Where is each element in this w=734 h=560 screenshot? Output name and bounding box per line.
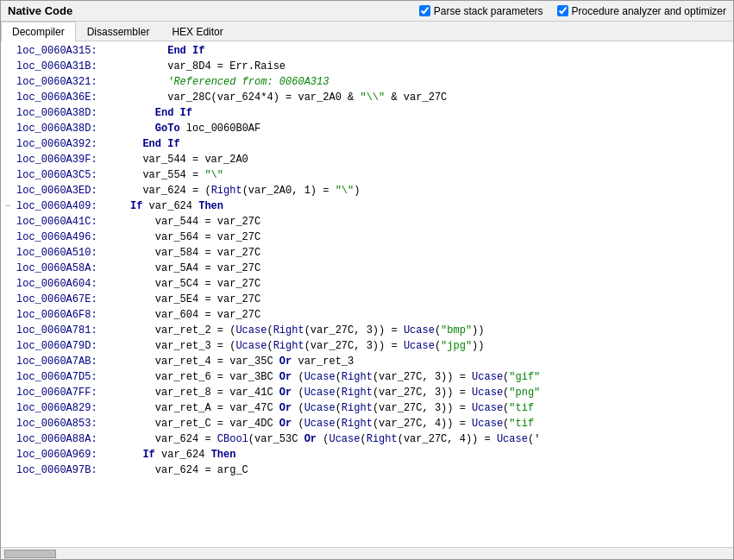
horizontal-scrollbar[interactable] [1,547,733,559]
native-code-window: Native Code Parse stack parameters Proce… [0,0,734,560]
code-content: var_554 = "\" [127,167,733,183]
collapse-btn[interactable] [1,137,15,153]
code-content: If var_624 Then [127,198,733,214]
table-row: loc_0060A510: var_584 = var_27C [1,245,733,261]
code-content: 'Referenced from: 0060A313 [127,74,733,90]
proc-analyzer-checkbox[interactable] [557,5,568,16]
collapse-btn[interactable] [1,246,15,261]
collapse-btn[interactable] [1,355,15,370]
table-row: loc_0060A7AB: var_ret_4 = var_35C Or var… [1,354,733,369]
code-content: var_5A4 = var_27C [127,261,733,276]
addr-label: loc_0060A97B: [15,462,127,478]
code-content: var_624 = arg_C [127,462,733,478]
addr-label: loc_0060A829: [15,400,127,416]
collapse-btn[interactable] [1,215,15,230]
collapse-btn[interactable] [1,60,15,75]
code-content: var_544 = var_2A0 [127,152,733,167]
parse-stack-option[interactable]: Parse stack parameters [419,5,543,17]
code-content: var_544 = var_27C [127,214,733,230]
code-scroll-area[interactable]: loc_0060A315: End If loc_0060A31B: var_8… [1,41,733,547]
collapse-btn[interactable] [1,44,15,60]
addr-label: loc_0060A39F: [15,152,127,167]
collapse-btn[interactable] [1,184,15,199]
table-row: loc_0060A67E: var_5E4 = var_27C [1,292,733,307]
table-row: − loc_0060A409: If var_624 Then [1,198,733,214]
table-row: loc_0060A853: var_ret_C = var_4DC Or (Uc… [1,416,733,431]
collapse-btn[interactable] [1,463,15,479]
parse-stack-checkbox[interactable] [419,5,430,16]
collapse-btn[interactable] [1,230,15,246]
table-row: loc_0060A7FF: var_ret_8 = var_41C Or (Uc… [1,385,733,400]
addr-label: loc_0060A604: [15,276,127,292]
code-table: loc_0060A315: End If loc_0060A31B: var_8… [1,41,733,480]
collapse-btn[interactable] [1,308,15,324]
code-content: End If [127,43,733,59]
table-row: loc_0060A7D5: var_ret_6 = var_3BC Or (Uc… [1,369,733,385]
tab-decompiler[interactable]: Decompiler [1,22,76,41]
code-content: var_ret_3 = (Ucase(Right(var_27C, 3)) = … [127,338,733,354]
addr-label: loc_0060A781: [15,323,127,338]
addr-label: loc_0060A853: [15,416,127,431]
collapse-btn[interactable] [1,122,15,137]
table-row: loc_0060A36E: var_28C(var_624*4) = var_2… [1,90,733,105]
collapse-btn[interactable] [1,168,15,184]
code-content: var_28C(var_624*4) = var_2A0 & "\\" & va… [127,90,733,105]
collapse-btn[interactable] [1,417,15,432]
code-content: GoTo loc_0060B0AF [127,121,733,136]
collapse-btn[interactable] [1,75,15,91]
code-content: End If [127,136,733,152]
code-content: var_ret_2 = (Ucase(Right(var_27C, 3)) = … [127,323,733,338]
collapse-btn[interactable] [1,386,15,401]
collapse-btn[interactable] [1,293,15,308]
addr-label: loc_0060A7FF: [15,385,127,400]
code-content: var_624 = (Right(var_2A0, 1) = "\") [127,183,733,198]
proc-analyzer-label: Procedure analyzer and optimizer [572,5,726,17]
code-content: var_ret_C = var_4DC Or (Ucase(Right(var_… [127,416,733,431]
table-row: loc_0060A58A: var_5A4 = var_27C [1,261,733,276]
collapse-icon[interactable]: − [1,199,15,215]
collapse-btn[interactable] [1,448,15,463]
code-content: var_5C4 = var_27C [127,276,733,292]
addr-label: loc_0060A3C5: [15,167,127,183]
code-content: If var_624 Then [127,447,733,462]
proc-analyzer-option[interactable]: Procedure analyzer and optimizer [557,5,726,17]
collapse-btn[interactable] [1,432,15,448]
addr-label: loc_0060A31B: [15,59,127,74]
addr-label: loc_0060A41C: [15,214,127,230]
table-row: loc_0060A781: var_ret_2 = (Ucase(Right(v… [1,323,733,338]
table-row: loc_0060A321: 'Referenced from: 0060A313 [1,74,733,90]
tab-disassembler[interactable]: Disassembler [76,22,161,41]
addr-label: loc_0060A7AB: [15,354,127,369]
table-row: loc_0060A79D: var_ret_3 = (Ucase(Right(v… [1,338,733,354]
tab-bar: Decompiler Disassembler HEX Editor [1,22,733,41]
collapse-btn[interactable] [1,91,15,106]
addr-label: loc_0060A392: [15,136,127,152]
table-row: loc_0060A392: End If [1,136,733,152]
collapse-btn[interactable] [1,401,15,417]
code-content: var_624 = CBool(var_53C Or (Ucase(Right(… [127,431,733,447]
addr-label: loc_0060A7D5: [15,369,127,385]
collapse-btn[interactable] [1,277,15,293]
collapse-btn[interactable] [1,153,15,168]
collapse-btn[interactable] [1,261,15,277]
table-row: loc_0060A41C: var_544 = var_27C [1,214,733,230]
code-content: var_5E4 = var_27C [127,292,733,307]
table-row: loc_0060A39F: var_544 = var_2A0 [1,152,733,167]
code-content: var_564 = var_27C [127,230,733,245]
table-row: loc_0060A829: var_ret_A = var_47C Or (Uc… [1,400,733,416]
collapse-btn[interactable] [1,370,15,386]
addr-label: loc_0060A58A: [15,261,127,276]
addr-label: loc_0060A79D: [15,338,127,354]
collapse-btn[interactable] [1,324,15,339]
addr-label: loc_0060A496: [15,230,127,245]
tab-hex-editor[interactable]: HEX Editor [160,22,234,41]
code-area: loc_0060A315: End If loc_0060A31B: var_8… [1,41,733,559]
collapse-btn[interactable] [1,106,15,122]
addr-label: loc_0060A409: [15,198,127,214]
code-content: var_ret_6 = var_3BC Or (Ucase(Right(var_… [127,369,733,385]
collapse-btn[interactable] [1,339,15,355]
addr-label: loc_0060A3ED: [15,183,127,198]
code-content: var_ret_8 = var_41C Or (Ucase(Right(var_… [127,385,733,400]
scrollbar-thumb[interactable] [4,550,56,558]
table-row: loc_0060A38D: GoTo loc_0060B0AF [1,121,733,136]
